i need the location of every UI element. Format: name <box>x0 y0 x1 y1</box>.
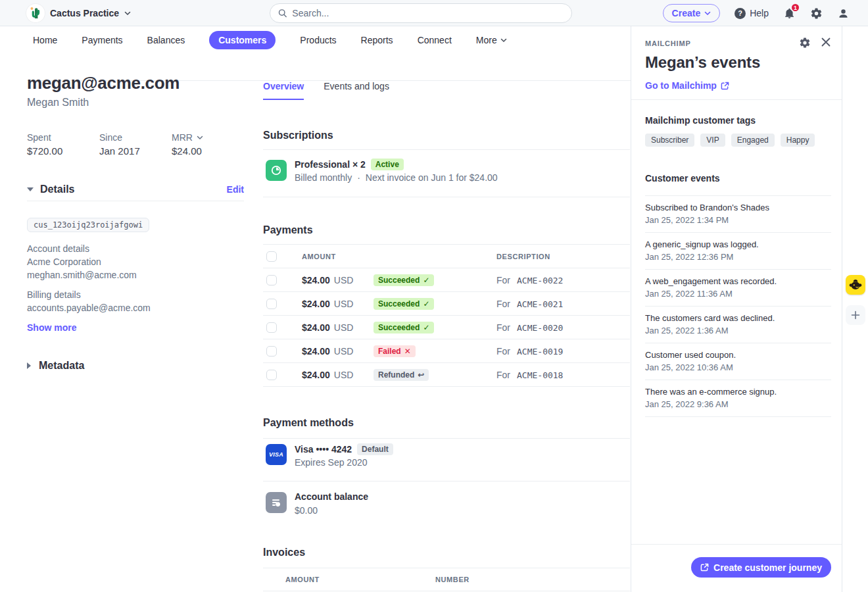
description-prefix: For <box>496 275 510 285</box>
status-badge-succeeded: Succeeded <box>378 276 420 285</box>
detail-tabs: Overview Events and logs <box>263 81 630 100</box>
create-button-label: Create <box>672 8 701 18</box>
event-item: There was an e-commerce signup. Jan 25, … <box>645 380 831 416</box>
collapse-triangle-icon[interactable] <box>27 187 34 191</box>
stat-since: Since Jan 2017 <box>99 132 172 157</box>
payment-amount: $24.00 <box>302 299 330 309</box>
external-link-icon <box>700 563 709 572</box>
metadata-section-header[interactable]: Metadata <box>27 360 84 372</box>
event-time: Jan 25, 2022 11:36 AM <box>645 288 831 299</box>
customer-tags-title: Mailchimp customer tags <box>645 115 831 126</box>
stat-mrr-value: $24.00 <box>172 145 244 157</box>
help-icon <box>735 8 746 19</box>
edit-details-link[interactable]: Edit <box>227 184 244 195</box>
panel-title: Megan’s events <box>645 53 831 72</box>
event-item: Customer used coupon. Jan 25, 2022 10:36… <box>645 343 831 380</box>
nav-payments[interactable]: Payments <box>82 35 122 45</box>
nav-balances[interactable]: Balances <box>147 35 185 45</box>
payment-currency: USD <box>334 370 354 380</box>
create-customer-journey-button[interactable]: Create customer journey <box>691 557 831 578</box>
stat-since-value: Jan 2017 <box>99 145 172 157</box>
row-checkbox[interactable] <box>266 322 277 333</box>
nav-home[interactable]: Home <box>33 35 57 45</box>
add-app-button[interactable] <box>846 305 865 325</box>
account-balance-label: Account balance <box>295 491 368 502</box>
account-details-label: Account details <box>27 242 137 255</box>
check-icon: ✓ <box>423 299 429 308</box>
description-prefix: For <box>496 299 510 309</box>
event-time: Jan 25, 2022 10:36 AM <box>645 362 831 373</box>
row-checkbox[interactable] <box>266 370 277 380</box>
customer-detail-main: Overview Events and logs Subscriptions P… <box>263 26 630 591</box>
settings-button[interactable] <box>810 7 823 20</box>
panel-settings-gear-icon[interactable] <box>799 37 811 49</box>
payment-row[interactable]: $24.00USD Refunded↩ ForACME-0018 <box>263 363 630 387</box>
chevron-down-icon[interactable] <box>197 134 203 141</box>
profile-button[interactable] <box>837 7 850 20</box>
default-badge: Default <box>357 443 393 455</box>
event-title: A generic_signup was logged. <box>645 239 831 250</box>
customer-events-list: Subscribed to Brandon's Shades Jan 25, 2… <box>645 195 831 417</box>
subscription-row[interactable]: Professional × 2 Active Billed monthly ·… <box>263 150 630 197</box>
create-button[interactable]: Create <box>663 4 721 22</box>
close-panel-icon[interactable] <box>821 37 831 47</box>
payment-row[interactable]: $24.00USD Succeeded✓ ForACME-0022 <box>263 268 630 292</box>
column-number: NUMBER <box>435 576 630 583</box>
description-prefix: For <box>496 346 510 357</box>
account-switcher[interactable]: Cactus Practice <box>26 4 131 22</box>
billing-details-block: Billing details accounts.payable@acme.co… <box>27 288 151 314</box>
check-icon: ✓ <box>423 276 429 285</box>
account-balance-row[interactable]: Account balance $0.00 <box>263 481 630 529</box>
details-title: Details <box>40 184 74 195</box>
show-more-link[interactable]: Show more <box>27 322 76 333</box>
payment-method-visa-row[interactable]: VISA Visa •••• 4242 Default Expires Sep … <box>263 439 630 481</box>
event-title: There was an e-commerce signup. <box>645 386 831 397</box>
column-description: DESCRIPTION <box>496 253 630 260</box>
payments-title: Payments <box>263 224 630 237</box>
subscription-next-invoice: Next invoice on Jun 1 for $24.00 <box>366 172 498 183</box>
gear-icon <box>810 7 823 20</box>
customer-stats: Spent $720.00 Since Jan 2017 MRR $24.00 <box>27 132 244 157</box>
stat-mrr-label: MRR <box>172 132 193 143</box>
row-checkbox[interactable] <box>266 299 277 309</box>
description-prefix: For <box>496 322 510 333</box>
event-item: A web_engagement was recorded. Jan 25, 2… <box>645 269 831 306</box>
row-checkbox[interactable] <box>266 275 277 285</box>
select-all-checkbox[interactable] <box>266 251 277 262</box>
mailchimp-app-icon[interactable] <box>846 275 865 295</box>
customer-id-chip[interactable]: cus_123oijq23roijafgowi <box>27 218 149 232</box>
panel-footer: Create customer journey <box>631 544 842 592</box>
visa-card-label: Visa •••• 4242 <box>295 444 352 455</box>
status-badge-succeeded: Succeeded <box>378 299 420 308</box>
go-to-mailchimp-link[interactable]: Go to Mailchimp <box>645 80 831 91</box>
subscription-billing: Billed monthly <box>295 172 352 183</box>
stat-spent: Spent $720.00 <box>27 132 99 157</box>
stat-spent-label: Spent <box>27 132 99 143</box>
notifications-button[interactable]: 1 <box>783 7 796 20</box>
payment-row[interactable]: $24.00USD Succeeded✓ ForACME-0021 <box>263 292 630 316</box>
customer-email-title: megan@acme.com <box>27 73 180 93</box>
mailchimp-freddie-icon <box>848 278 863 292</box>
user-icon <box>837 7 850 20</box>
tab-overview[interactable]: Overview <box>263 81 304 100</box>
stat-mrr: MRR $24.00 <box>172 132 244 157</box>
account-email: meghan.smith@acme.com <box>27 268 137 282</box>
plus-icon <box>851 310 860 320</box>
tag-happy: Happy <box>781 134 815 147</box>
help-button[interactable]: Help <box>735 8 769 19</box>
event-time: Jan 25, 2022 12:36 PM <box>645 251 831 262</box>
global-search[interactable] <box>270 3 572 23</box>
customer-tags: Subscriber VIP Engaged Happy <box>645 134 831 147</box>
visa-card-expiry: Expires Sep 2020 <box>295 457 368 468</box>
payment-row[interactable]: $24.00USD Failed✕ ForACME-0019 <box>263 339 630 363</box>
chevron-down-icon <box>704 10 711 16</box>
tag-engaged: Engaged <box>731 134 775 147</box>
payment-currency: USD <box>334 346 354 357</box>
event-title: A web_engagement was recorded. <box>645 276 831 287</box>
row-checkbox[interactable] <box>266 346 277 357</box>
payment-row[interactable]: $24.00USD Succeeded✓ ForACME-0020 <box>263 316 630 339</box>
tab-events-and-logs[interactable]: Events and logs <box>324 81 389 100</box>
help-label: Help <box>750 8 769 18</box>
column-amount: AMOUNT <box>285 576 435 583</box>
search-input[interactable] <box>292 8 564 18</box>
